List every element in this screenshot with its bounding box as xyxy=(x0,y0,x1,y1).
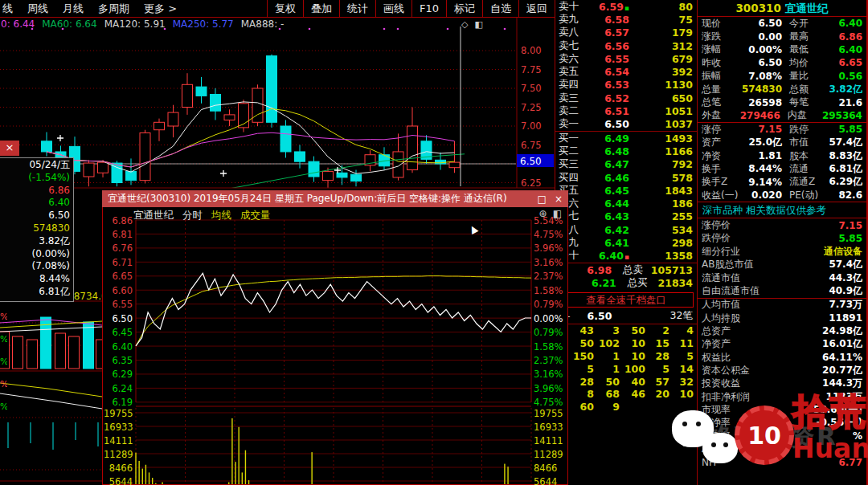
popup-body: 宜通世纪分时均线成交量 ⊕ ◧ 6.866.816.766.716.656.60… xyxy=(102,207,568,485)
tab-成交量[interactable]: 成交量 xyxy=(240,209,271,222)
kline-info-box: 05/24/五(-1.54%)6.866.406.505748303.82亿(0… xyxy=(0,157,74,302)
close-icon[interactable]: × xyxy=(0,141,19,156)
stats-single-row: 流通市值44.3亿 xyxy=(698,271,866,284)
buy-row-9[interactable]: 买九6.41298 xyxy=(555,236,697,249)
axis-label: 16933 xyxy=(104,422,133,433)
up-circle-icon[interactable]: ⊕ xyxy=(539,208,547,219)
period-menu: 线周线月线多周期更多 > xyxy=(0,0,177,17)
sell-row-8[interactable]: 卖八6.57179 xyxy=(555,26,697,39)
toolbar-button-0[interactable]: 复权 xyxy=(267,0,303,17)
ma-label-1: MA60: 6.64 xyxy=(42,18,96,30)
stats-pair-row: 换手8.44%流通6.81亿 xyxy=(698,162,866,175)
stats-pair-row: 收益(一)0.020PE(动)82.6 xyxy=(698,189,866,202)
stats-single-row: 总资产24.98亿 xyxy=(698,324,866,337)
info-row: 8.44% xyxy=(0,273,70,286)
sell-row-4[interactable]: 卖四6.531130 xyxy=(555,79,697,92)
svg-text:7.00: 7.00 xyxy=(521,120,542,132)
menu-item-4[interactable]: 更多 > xyxy=(144,2,177,16)
buy-row-6[interactable]: 买六6.44186 xyxy=(555,197,697,210)
axis-label: 5644 xyxy=(104,476,133,485)
buy-row-1[interactable]: 买一6.491493 xyxy=(555,132,697,145)
axis-label: 0.79% xyxy=(534,299,563,310)
buy-row-8[interactable]: 买八6.42534 xyxy=(555,223,697,236)
stats-single-row: 人均市值7.73万 xyxy=(698,298,866,312)
info-row: 6.81亿 xyxy=(0,286,70,299)
buy-row-4[interactable]: 买四6.46578 xyxy=(555,171,697,184)
axis-label: 19755 xyxy=(534,408,563,419)
menu-item-3[interactable]: 多周期 xyxy=(98,2,129,16)
diamond-icon[interactable]: ◇ xyxy=(461,19,468,30)
edge-mark: % xyxy=(0,379,7,389)
menu-item-1[interactable]: 周线 xyxy=(27,2,48,16)
app-root: 8.007.757.507.257.006.756.506.256.50 线周线… xyxy=(0,0,868,485)
sell-row-10[interactable]: 卖十6.59▪80 xyxy=(555,0,697,13)
order-book-panel: 卖十6.59▪80卖九6.5875卖八6.57179卖七6.56312卖六6.5… xyxy=(555,0,698,485)
split-screen-icon[interactable]: ◧ xyxy=(553,208,562,219)
stock-stats-panel: 300310 宜通世纪现价6.50今开6.40涨跌0.00最高6.86涨幅0.0… xyxy=(698,0,868,485)
buy-row-5[interactable]: 买五6.451843 xyxy=(555,184,697,197)
stats-single-row: 涨停价7.15 xyxy=(698,218,866,231)
axis-label: 6.24 xyxy=(104,383,133,394)
market-notice: 深市品种 相关数据仅供参考 xyxy=(698,202,866,218)
stats-pair-row: 昨收6.50均价6.65 xyxy=(698,56,866,69)
stats-pair-row: 涨幅0.00%最低6.40 xyxy=(698,43,866,56)
sell-row-6[interactable]: 卖六6.55679 xyxy=(555,52,697,65)
buy-row-3[interactable]: 买三6.47792 xyxy=(555,158,697,171)
sell-row-5[interactable]: 卖五6.54392 xyxy=(555,65,697,78)
axis-label: 0.00% xyxy=(534,313,563,324)
queue-grid-row: 150110285 xyxy=(555,350,697,363)
menu-item-2[interactable]: 月线 xyxy=(63,2,84,16)
axis-label: 6.81 xyxy=(104,229,133,240)
sell-row-7[interactable]: 卖七6.56312 xyxy=(555,39,697,52)
stats-single-row: 投资收益144.3万 xyxy=(698,377,866,390)
toolbar-button-3[interactable]: 画线 xyxy=(375,0,411,17)
tab-分时[interactable]: 分时 xyxy=(182,209,203,222)
toolbar-buttons: 复权叠加统计画线F10标记自选返回 xyxy=(267,0,555,17)
intraday-chart[interactable] xyxy=(103,207,567,484)
menu-item-0[interactable]: 线 xyxy=(2,2,13,16)
buy-row-7[interactable]: 买七6.43255 xyxy=(555,210,697,223)
edge-mark: % xyxy=(0,312,7,322)
top-toolbar: 线周线月线多周期更多 > 复权叠加统计画线F10标记自选返回 xyxy=(0,0,555,18)
axis-label: 8466 xyxy=(534,463,557,474)
axis-label: 6.55 xyxy=(104,299,133,310)
stats-pair-row: 振幅7.08%量比0.56 xyxy=(698,70,866,83)
sell-row-9[interactable]: 卖九6.5875 xyxy=(555,13,697,26)
stock-code: 300310 xyxy=(735,2,780,14)
tab-均线[interactable]: 均线 xyxy=(211,209,231,222)
popup-titlebar[interactable]: 宜通世纪(300310) 2019年05月24日 星期五 PageUp/Down… xyxy=(102,190,568,207)
axis-label: 6.29 xyxy=(104,369,133,380)
stats-pair-row: 总量574830总额3.82亿 xyxy=(698,83,866,96)
popup-corner-icons: ⊕ ◧ xyxy=(539,208,562,219)
axis-label: 4.75% xyxy=(534,397,563,408)
info-row: 6.86 xyxy=(0,185,70,198)
depth-view-button[interactable]: 查看全速千档盘口 xyxy=(559,292,694,308)
axis-label: 6.86 xyxy=(104,215,133,226)
split-screen-icon[interactable]: ◧ xyxy=(474,19,482,30)
axis-label: 6.45 xyxy=(104,327,133,338)
toolbar-button-4[interactable]: F10 xyxy=(411,0,446,17)
queue-grid-row: 4335024 xyxy=(555,324,697,337)
toolbar-button-7[interactable]: 返回 xyxy=(518,0,555,17)
close-icon[interactable]: × xyxy=(555,194,563,205)
axis-label: 14111 xyxy=(534,435,563,446)
stats-single-row: 资本公积金20.77亿 xyxy=(698,364,866,377)
stats-single-row: 扣非净利润1133万 xyxy=(698,390,866,403)
axis-label: 1.58% xyxy=(534,341,563,353)
sell-row-1[interactable]: 卖一6.501037 xyxy=(555,118,697,131)
axis-label: 2.37% xyxy=(534,271,563,282)
toolbar-button-2[interactable]: 统计 xyxy=(339,0,375,17)
axis-label: 11289 xyxy=(104,449,133,460)
maximize-icon[interactable]: □ xyxy=(538,194,547,205)
toolbar-button-5[interactable]: 标记 xyxy=(446,0,482,17)
toolbar-button-1[interactable]: 叠加 xyxy=(303,0,339,17)
buy-row-2[interactable]: 买二6.481166 xyxy=(555,145,697,157)
sell-row-2[interactable]: 卖二6.511051 xyxy=(555,104,697,117)
queue-grid-row: 50102101511 xyxy=(555,337,697,350)
sell-row-3[interactable]: 卖三6.52650 xyxy=(555,92,697,104)
stats-single-row: 股息率% xyxy=(698,430,866,442)
toolbar-button-6[interactable]: 自选 xyxy=(482,0,518,17)
axis-label: 11289 xyxy=(534,449,563,460)
buy-row-10[interactable]: 买十6.40▪1358 xyxy=(555,250,697,263)
stats-single-row: 市净率-0.56(一) xyxy=(698,417,866,430)
